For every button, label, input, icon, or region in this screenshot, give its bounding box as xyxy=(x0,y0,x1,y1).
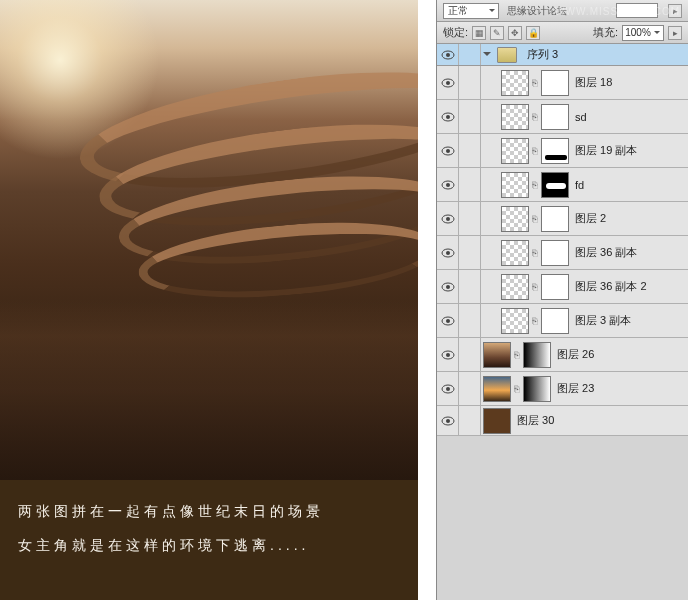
lock-pixels-icon[interactable]: ✎ xyxy=(490,26,504,40)
layer-thumbnail[interactable] xyxy=(501,274,529,300)
layer-name[interactable]: 图层 30 xyxy=(517,413,554,428)
layer-name[interactable]: sd xyxy=(575,111,587,123)
composite-image xyxy=(0,0,418,480)
mask-thumbnail[interactable] xyxy=(541,104,569,130)
link-icon[interactable]: ⎘ xyxy=(529,236,539,269)
layer-thumbnail[interactable] xyxy=(501,70,529,96)
visibility-toggle[interactable] xyxy=(437,406,459,435)
link-icon[interactable]: ⎘ xyxy=(511,372,521,405)
layer-thumbnail[interactable] xyxy=(501,206,529,232)
link-spacer xyxy=(459,236,481,269)
group-name[interactable]: 序列 3 xyxy=(527,47,558,62)
layer-row[interactable]: ⎘图层 2 xyxy=(437,202,688,236)
mask-thumbnail[interactable] xyxy=(523,376,551,402)
layer-name[interactable]: 图层 26 xyxy=(557,347,594,362)
mask-thumbnail[interactable] xyxy=(523,342,551,368)
visibility-toggle[interactable] xyxy=(437,134,459,167)
visibility-toggle[interactable] xyxy=(437,270,459,303)
layer-list[interactable]: 序列 3 ⎘图层 18⎘sd⎘图层 19 副本⎘fd⎘图层 2⎘图层 36 副本… xyxy=(437,44,688,600)
visibility-toggle[interactable] xyxy=(437,304,459,337)
link-icon[interactable]: ⎘ xyxy=(529,100,539,133)
mask-thumbnail[interactable] xyxy=(541,138,569,164)
link-spacer xyxy=(459,44,481,65)
layer-name[interactable]: 图层 3 副本 xyxy=(575,313,631,328)
svg-point-5 xyxy=(446,115,450,119)
mask-thumbnail[interactable] xyxy=(541,206,569,232)
folder-icon xyxy=(497,47,517,63)
fill-value[interactable]: 100% xyxy=(622,25,664,41)
layer-row[interactable]: 图层 30 xyxy=(437,406,688,436)
layer-name[interactable]: 图层 2 xyxy=(575,211,606,226)
link-spacer xyxy=(459,304,481,337)
caption-line-1: 两张图拼在一起有点像世纪末日的场景 xyxy=(18,500,400,522)
layer-thumbnail[interactable] xyxy=(501,172,529,198)
lock-transparent-icon[interactable]: ▦ xyxy=(472,26,486,40)
link-icon[interactable]: ⎘ xyxy=(529,168,539,201)
blend-mode-select[interactable]: 正常 xyxy=(443,3,499,19)
link-icon[interactable]: ⎘ xyxy=(529,304,539,337)
layer-thumbnail[interactable] xyxy=(501,308,529,334)
visibility-toggle[interactable] xyxy=(437,66,459,99)
link-spacer xyxy=(459,372,481,405)
lock-all-icon[interactable]: 🔒 xyxy=(526,26,540,40)
layer-name[interactable]: 图层 36 副本 2 xyxy=(575,279,647,294)
layer-thumbnail[interactable] xyxy=(483,408,511,434)
link-spacer xyxy=(459,406,481,435)
mask-thumbnail[interactable] xyxy=(541,240,569,266)
link-spacer xyxy=(459,338,481,371)
layer-thumbnail[interactable] xyxy=(501,240,529,266)
visibility-toggle[interactable] xyxy=(437,236,459,269)
layer-row[interactable]: ⎘图层 3 副本 xyxy=(437,304,688,338)
svg-point-19 xyxy=(446,353,450,357)
layer-row[interactable]: ⎘图层 26 xyxy=(437,338,688,372)
svg-point-1 xyxy=(446,53,450,57)
link-spacer xyxy=(459,270,481,303)
visibility-toggle[interactable] xyxy=(437,202,459,235)
layer-thumbnail[interactable] xyxy=(501,104,529,130)
mask-thumbnail[interactable] xyxy=(541,172,569,198)
layer-group-row[interactable]: 序列 3 xyxy=(437,44,688,66)
visibility-toggle[interactable] xyxy=(437,44,459,65)
layer-name[interactable]: 图层 19 副本 xyxy=(575,143,637,158)
visibility-toggle[interactable] xyxy=(437,338,459,371)
layer-row[interactable]: ⎘图层 19 副本 xyxy=(437,134,688,168)
link-icon[interactable]: ⎘ xyxy=(529,270,539,303)
visibility-toggle[interactable] xyxy=(437,168,459,201)
caption-line-2: 女主角就是在这样的环境下逃离..... xyxy=(18,534,400,556)
mask-thumbnail[interactable] xyxy=(541,308,569,334)
svg-point-13 xyxy=(446,251,450,255)
layer-row[interactable]: ⎘fd xyxy=(437,168,688,202)
svg-point-15 xyxy=(446,285,450,289)
layer-name[interactable]: 图层 23 xyxy=(557,381,594,396)
fill-slider-icon[interactable]: ▸ xyxy=(668,26,682,40)
visibility-toggle[interactable] xyxy=(437,100,459,133)
svg-point-3 xyxy=(446,81,450,85)
layers-panel: 正常 思缘设计论坛 ▸ 锁定: ▦ ✎ ✥ 🔒 填充: 100% ▸ 序列 3 … xyxy=(436,0,688,600)
link-icon[interactable]: ⎘ xyxy=(529,202,539,235)
layer-row[interactable]: ⎘图层 18 xyxy=(437,66,688,100)
lock-position-icon[interactable]: ✥ xyxy=(508,26,522,40)
document-canvas: 两张图拼在一起有点像世纪末日的场景 女主角就是在这样的环境下逃离..... xyxy=(0,0,418,600)
layer-row[interactable]: ⎘图层 23 xyxy=(437,372,688,406)
svg-point-21 xyxy=(446,387,450,391)
link-icon[interactable]: ⎘ xyxy=(511,338,521,371)
mask-thumbnail[interactable] xyxy=(541,274,569,300)
layer-row[interactable]: ⎘sd xyxy=(437,100,688,134)
layer-row[interactable]: ⎘图层 36 副本 2 xyxy=(437,270,688,304)
layer-row[interactable]: ⎘图层 36 副本 xyxy=(437,236,688,270)
layer-thumbnail[interactable] xyxy=(483,342,511,368)
svg-point-11 xyxy=(446,217,450,221)
svg-point-23 xyxy=(446,419,450,423)
fill-label: 填充: xyxy=(593,25,618,40)
link-icon[interactable]: ⎘ xyxy=(529,66,539,99)
layer-name[interactable]: fd xyxy=(575,179,584,191)
layer-name[interactable]: 图层 18 xyxy=(575,75,612,90)
layer-name[interactable]: 图层 36 副本 xyxy=(575,245,637,260)
mask-thumbnail[interactable] xyxy=(541,70,569,96)
twirl-down-icon[interactable] xyxy=(481,49,493,60)
link-icon[interactable]: ⎘ xyxy=(529,134,539,167)
link-spacer xyxy=(459,134,481,167)
layer-thumbnail[interactable] xyxy=(483,376,511,402)
visibility-toggle[interactable] xyxy=(437,372,459,405)
layer-thumbnail[interactable] xyxy=(501,138,529,164)
